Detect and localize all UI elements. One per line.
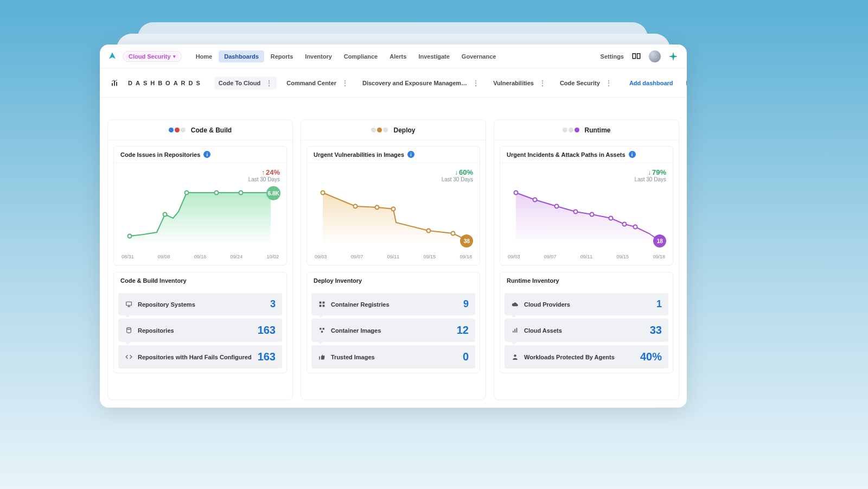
info-icon[interactable]: i [203,151,210,158]
kebab-icon[interactable]: ⋮ [603,79,612,87]
inventory-value: 9 [463,299,469,310]
xaxis-tick: 09/15 [617,254,629,259]
panel-runtime-urgent: Urgent Incidents & Attack Paths in Asset… [500,146,673,265]
tenant-label: Cloud Security [129,53,171,60]
svg-point-3 [215,191,219,195]
inventory-row[interactable]: Container Images 12 [311,319,475,342]
product-logo-icon [107,52,117,61]
nav-investigate[interactable]: Investigate [413,50,455,62]
tab-code-security[interactable]: Code Security ⋮ [556,77,616,90]
inventory-row[interactable]: Repositories with Hard Fails Configured … [118,345,282,369]
inventory-label: Container Images [331,327,451,334]
trend-period: Last 30 Days [635,176,666,182]
tab-label: Vulnerabilities [493,80,534,86]
kebab-icon[interactable]: ⋮ [264,79,272,87]
nav-home[interactable]: Home [190,50,218,62]
line-chart-deploy [314,185,473,250]
dashboard-subheader: DASHBOARDS Code To Cloud ⋮ Command Cente… [100,68,687,98]
xaxis-tick: 09/18 [459,254,472,259]
inventory-value: 12 [457,324,469,336]
svg-point-11 [427,229,431,233]
docs-icon[interactable] [630,50,642,62]
column-runtime: Runtime Urgent Incidents & Attack Paths … [494,119,679,400]
trend-period: Last 30 Days [442,176,473,182]
nav-alerts[interactable]: Alerts [384,50,412,62]
tab-command-center[interactable]: Command Center ⋮ [282,77,353,90]
nav-governance[interactable]: Governance [456,50,502,62]
grid-icon [318,301,326,308]
user-avatar[interactable] [649,50,661,62]
inventory-value: 163 [258,324,276,336]
inventory-label: Repositories [138,327,252,334]
svg-point-25 [609,217,613,220]
panel-title: Urgent Vulnerabilities in Images [314,151,404,158]
kebab-icon[interactable]: ⋮ [340,79,348,87]
inventory-row[interactable]: Cloud Assets 33 [505,319,668,342]
inventory-row[interactable]: Repositories 163 [118,319,282,342]
inventory-value: 40% [640,351,662,363]
inventory-label: Cloud Assets [524,327,644,334]
info-icon[interactable]: i [629,151,636,158]
inventory-label: Cloud Providers [524,301,651,308]
svg-point-9 [375,206,379,209]
panel-runtime-inventory: Runtime Inventory Cloud Providers 1 Clou… [500,272,673,373]
chart-endpoint-badge: 38 [460,234,473,247]
chart-bar-icon [111,78,119,88]
inventory-row[interactable]: Container Registries 9 [311,293,475,315]
svg-rect-14 [322,302,324,304]
inventory-row[interactable]: Workloads Protected By Agents 40% [505,345,668,369]
tab-label: Command Center [286,80,336,86]
inventory-value: 0 [463,351,469,363]
kebab-icon[interactable]: ⋮ [470,79,479,87]
svg-point-22 [555,205,559,208]
nav-dashboards[interactable]: Dashboards [219,50,264,62]
info-icon[interactable]: i [407,151,414,158]
tab-discovery-exposure[interactable]: Discovery and Exposure Managem… ⋮ [358,77,483,90]
tab-vulnerabilities[interactable]: Vulnerabilities ⋮ [489,77,550,90]
nav-inventory[interactable]: Inventory [299,50,337,62]
settings-link[interactable]: Settings [601,53,624,60]
svg-point-1 [163,213,167,217]
tab-label: Code To Cloud [219,80,260,86]
trend-value: 79% [652,168,666,176]
nav-compliance[interactable]: Compliance [339,50,383,62]
tenant-selector[interactable]: Cloud Security ▾ [123,51,182,62]
tab-label: Code Security [560,80,600,86]
xaxis-tick: 10/02 [266,254,279,259]
column-deploy: Deploy Urgent Vulnerabilities in Images … [301,119,486,400]
nav-reports[interactable]: Reports [265,50,299,62]
trend-value: 24% [266,168,280,176]
inventory-value: 3 [270,299,276,310]
line-chart-runtime [507,185,666,250]
svg-point-28 [514,354,516,357]
kebab-icon[interactable]: ⋮ [537,79,546,87]
xaxis-tick: 09/15 [424,254,436,259]
stage-code-icon [169,128,186,132]
svg-point-21 [533,198,537,202]
database-icon [125,327,132,334]
cloud-icon [511,301,519,308]
add-dashboard-link[interactable]: Add dashboard [629,80,673,86]
svg-rect-13 [319,302,321,304]
copilot-icon[interactable] [667,50,679,62]
xaxis-tick: 09/16 [194,254,207,259]
column-title: Runtime [585,126,611,134]
tab-code-to-cloud[interactable]: Code To Cloud ⋮ [214,77,277,90]
monitor-icon [125,301,132,308]
inventory-row[interactable]: Repository Systems 3 [118,293,282,315]
svg-point-26 [623,223,627,226]
svg-point-27 [634,225,637,229]
xaxis-tick: 09/18 [653,254,665,259]
blocks-icon [318,327,326,334]
subheader-title: DASHBOARDS [128,80,203,86]
xaxis-tick: 08/31 [122,254,134,259]
inventory-label: Workloads Protected By Agents [524,354,635,360]
arrow-down-icon: ↓ [455,169,458,176]
panel-title: Runtime Inventory [507,277,559,284]
inventory-row[interactable]: Trusted Images 0 [311,345,475,369]
svg-rect-16 [322,305,324,307]
inventory-row[interactable]: Cloud Providers 1 [505,293,668,315]
manage-dashboards-link[interactable]: Manage Dashboards [686,80,687,86]
svg-point-6 [126,328,131,329]
svg-rect-18 [322,328,324,329]
